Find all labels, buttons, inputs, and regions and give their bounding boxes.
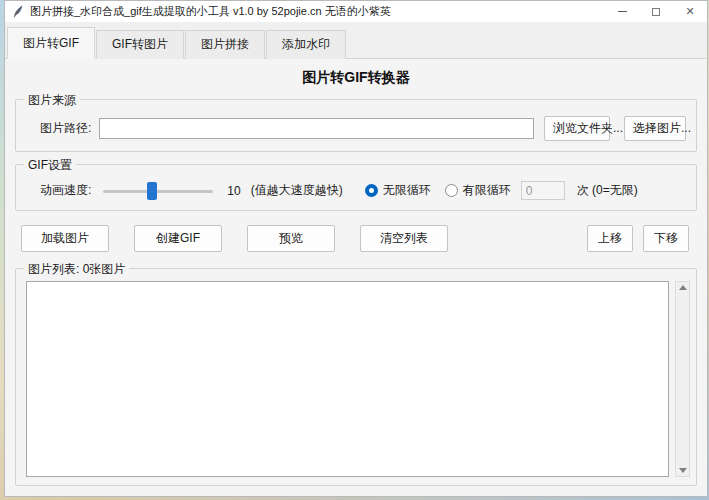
image-list-group-label: 图片列表: 0张图片: [24, 261, 129, 278]
action-button-row: 加载图片 创建GIF 预览 清空列表 上移 下移: [15, 225, 697, 252]
close-button[interactable]: ✕: [673, 1, 707, 22]
image-listbox[interactable]: [26, 281, 669, 477]
gif-settings-group-label: GIF设置: [24, 157, 76, 174]
create-gif-button[interactable]: 创建GIF: [134, 225, 222, 252]
image-path-label: 图片路径:: [40, 120, 91, 137]
animation-speed-hint: (值越大速度越快): [251, 182, 343, 199]
app-feather-icon: [12, 5, 24, 18]
tab-image-stitch[interactable]: 图片拼接: [185, 30, 265, 59]
select-images-button[interactable]: 选择图片...: [624, 116, 686, 141]
tab-image-to-gif[interactable]: 图片转GIF: [7, 27, 95, 59]
title-bar: 图片拼接_水印合成_gif生成提取的小工具 v1.0 by 52pojie.cn…: [5, 1, 707, 22]
animation-speed-slider[interactable]: [103, 182, 213, 200]
page-title: 图片转GIF转换器: [5, 59, 707, 99]
loop-count-suffix: 次 (0=无限): [577, 182, 638, 199]
clear-list-button[interactable]: 清空列表: [360, 225, 448, 252]
close-icon: ✕: [685, 5, 694, 18]
move-down-button[interactable]: 下移: [643, 225, 689, 252]
loop-finite-label: 有限循环: [463, 182, 511, 199]
animation-speed-label: 动画速度:: [40, 182, 91, 199]
move-up-button[interactable]: 上移: [587, 225, 633, 252]
tab-content-pane: 图片转GIF转换器 图片来源 图片路径: 浏览文件夹... 选择图片... GI…: [5, 59, 707, 496]
load-images-button[interactable]: 加载图片: [21, 225, 109, 252]
radio-unselected-icon: [445, 184, 458, 197]
scroll-down-icon[interactable]: [679, 468, 687, 473]
loop-count-input[interactable]: [521, 181, 565, 200]
tab-gif-to-image[interactable]: GIF转图片: [96, 30, 184, 59]
app-window: 图片拼接_水印合成_gif生成提取的小工具 v1.0 by 52pojie.cn…: [4, 0, 708, 497]
browse-folder-button[interactable]: 浏览文件夹...: [544, 116, 610, 141]
slider-thumb[interactable]: [147, 182, 157, 200]
minimize-button[interactable]: [605, 1, 639, 22]
tab-add-watermark[interactable]: 添加水印: [266, 30, 346, 59]
window-controls: ✕: [605, 1, 707, 22]
maximize-icon: [652, 8, 660, 16]
image-path-input[interactable]: [99, 118, 534, 139]
slider-track: [103, 190, 213, 193]
gif-settings-group: GIF设置 动画速度: 10 (值越大速度越快) 无限循环 有限循环: [15, 164, 697, 211]
loop-infinite-radio[interactable]: 无限循环: [365, 182, 431, 199]
list-scrollbar[interactable]: [675, 281, 690, 477]
image-source-group: 图片来源 图片路径: 浏览文件夹... 选择图片...: [15, 99, 697, 152]
scroll-up-icon[interactable]: [679, 285, 687, 290]
preview-button[interactable]: 预览: [247, 225, 335, 252]
loop-infinite-label: 无限循环: [383, 182, 431, 199]
animation-speed-value: 10: [227, 184, 240, 198]
radio-selected-icon: [365, 184, 378, 197]
maximize-button[interactable]: [639, 1, 673, 22]
window-title: 图片拼接_水印合成_gif生成提取的小工具 v1.0 by 52pojie.cn…: [30, 4, 391, 19]
tab-bar: 图片转GIF GIF转图片 图片拼接 添加水印: [5, 22, 707, 59]
image-list-group: 图片列表: 0张图片: [15, 268, 697, 486]
loop-finite-radio[interactable]: 有限循环: [445, 182, 511, 199]
image-source-group-label: 图片来源: [24, 92, 80, 109]
minimize-icon: [618, 11, 627, 12]
